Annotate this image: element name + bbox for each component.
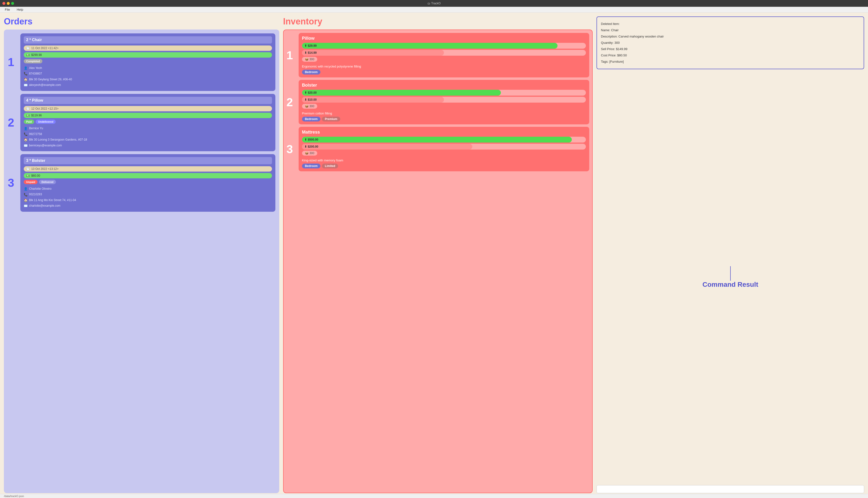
email-row: ✉️ alexyeoh@example.com xyxy=(24,82,272,88)
sell-price-bar-container-2: ⬆ $20.00 xyxy=(302,90,586,95)
order-item-2: 2 4 * Pillow 🕐 12 Oct 2022 <12:15> 💵 $11… xyxy=(8,94,276,152)
order-card-2[interactable]: 4 * Pillow 🕐 12 Oct 2022 <12:15> 💵 $119.… xyxy=(20,94,276,152)
inventory-title: Inventory xyxy=(283,16,593,27)
cost-price-bar-container-2: ⬇ $10.00 xyxy=(302,97,586,103)
order-title-2: 4 * Pillow xyxy=(24,97,272,104)
inventory-tags-2: Bedroom Premium xyxy=(302,117,586,121)
clock-icon-3: 🕐 xyxy=(26,167,30,171)
inventory-item-3: 3 Mattress ⬆ $500.00 xyxy=(286,127,589,171)
order-price-bar-2: 💵 $119.96 xyxy=(24,113,272,118)
inventory-name-3: Mattress xyxy=(302,130,586,135)
tag-bedroom-1: Bedroom xyxy=(302,70,321,75)
down-arrow-icon-2: ⬇ xyxy=(304,98,307,101)
close-button[interactable] xyxy=(2,2,5,5)
command-result-area: Command Result xyxy=(597,72,864,482)
cost-price-bar-2: ⬇ $10.00 xyxy=(302,97,444,103)
money-icon: 💵 xyxy=(26,53,30,57)
tag-limited-3: Limited xyxy=(322,163,338,168)
minimize-button[interactable] xyxy=(7,2,10,5)
maximize-button[interactable] xyxy=(11,2,14,5)
sell-price-bar-2: ⬆ $20.00 xyxy=(302,90,501,95)
deleted-item-sell: Sell Price: $149.99 xyxy=(601,46,860,52)
order-title-3: 3 * Bolster xyxy=(24,157,272,164)
box-icon: 📦 xyxy=(305,57,308,61)
orders-list: 1 2 * Chair 🕐 11 Oct 2022 <11:42> 💵 $299… xyxy=(4,29,279,493)
badge-delivered: Delivered xyxy=(39,180,56,184)
home-icon: 🏠 xyxy=(24,77,28,82)
inventory-panel: Inventory 1 Pillow ⬆ $29.99 xyxy=(283,16,593,493)
cost-price-bar-container-1: ⬇ $14.99 xyxy=(302,50,586,56)
deleted-item-desc: Description: Carved mahogany wooden chai… xyxy=(601,34,860,40)
menu-help[interactable]: Help xyxy=(16,7,24,12)
email-icon-2: ✉️ xyxy=(24,143,28,148)
sell-price-bar-1: ⬆ $29.99 xyxy=(302,43,558,49)
statusbar: /data/trackO.json xyxy=(0,494,868,498)
money-icon-2: 💵 xyxy=(26,114,30,117)
inventory-card-2[interactable]: Bolster ⬆ $20.00 ⬇ xyxy=(298,80,589,124)
deleted-item-box: Deleted Item: Name: Chair Description: C… xyxy=(597,16,864,69)
tag-premium-2: Premium xyxy=(322,117,340,121)
window-controls[interactable] xyxy=(2,2,14,5)
app-title: 🗂 TrackO xyxy=(427,2,441,5)
up-arrow-icon-2: ⬆ xyxy=(304,91,307,94)
tag-bedroom-2: Bedroom xyxy=(302,117,321,121)
phone-icon: 📞 xyxy=(24,71,28,77)
connector-line xyxy=(730,266,731,281)
down-arrow-icon-3: ⬇ xyxy=(304,145,307,148)
inventory-number-1: 1 xyxy=(286,33,296,77)
deleted-item-cost: Cost Price: $80.50 xyxy=(601,52,860,58)
command-input[interactable] xyxy=(597,485,864,493)
order-item-1: 1 2 * Chair 🕐 11 Oct 2022 <11:42> 💵 $299… xyxy=(8,34,276,91)
statusbar-text: /data/trackO.json xyxy=(4,495,24,498)
inventory-number-3: 3 xyxy=(286,127,296,171)
deleted-item-name: Name: Chair xyxy=(601,27,860,34)
inventory-card-3[interactable]: Mattress ⬆ $500.00 ⬇ xyxy=(298,127,589,171)
person-icon: 👤 xyxy=(24,65,28,71)
order-card-3[interactable]: 3 * Bolster 🕐 13 Oct 2022 <13:12> 💵 $60.… xyxy=(20,154,276,212)
inventory-card-1[interactable]: Pillow ⬆ $29.99 ⬇ $ xyxy=(298,33,589,77)
cost-price-bar-3: ⬇ $200.00 xyxy=(302,144,473,149)
right-panel: Deleted Item: Name: Chair Description: C… xyxy=(597,16,864,493)
app-icon: 🗂 xyxy=(427,2,430,5)
inventory-name-2: Bolster xyxy=(302,83,586,88)
deleted-item-tags: Tags: [Furniture] xyxy=(601,58,860,65)
order-info-1: 👤 Alex Yeoh 📞 87438807 🏠 Blk 30 Geylang … xyxy=(24,65,272,88)
order-number-3: 3 xyxy=(8,154,17,212)
main-content: Orders 1 2 * Chair 🕐 11 Oct 2022 <11:42>… xyxy=(0,13,868,497)
order-badges-1: Completed xyxy=(24,59,272,63)
box-icon-2: 📦 xyxy=(305,105,308,108)
order-title-1: 2 * Chair xyxy=(24,36,272,43)
quantity-badge-2: 📦 300 xyxy=(302,104,317,109)
inventory-tags-1: Bedroom xyxy=(302,70,586,75)
quantity-badge-3: 📦 300 xyxy=(302,151,317,156)
email-icon: ✉️ xyxy=(24,82,28,88)
titlebar: 🗂 TrackO xyxy=(0,0,868,7)
home-icon-3: 🏠 xyxy=(24,197,28,203)
home-icon-2: 🏠 xyxy=(24,137,28,143)
order-card-1[interactable]: 2 * Chair 🕐 11 Oct 2022 <11:42> 💵 $299.9… xyxy=(20,34,276,91)
order-price-bar-1: 💵 $299.98 xyxy=(24,52,272,57)
order-info-2: 👤 Bernice Yu 📞 99272758 🏠 Blk 30 Lorong … xyxy=(24,126,272,148)
order-badges-3: Unpaid Delivered xyxy=(24,180,272,184)
badge-completed: Completed xyxy=(24,59,42,63)
badge-undelivered: Undelivered xyxy=(36,119,56,124)
cost-price-bar-container-3: ⬇ $200.00 xyxy=(302,144,586,149)
order-date-bar-1: 🕐 11 Oct 2022 <11:42> xyxy=(24,45,272,51)
address-row: 🏠 Blk 30 Geylang Street 29, #06-40 xyxy=(24,77,272,82)
menu-file[interactable]: File xyxy=(4,7,11,12)
up-arrow-icon-3: ⬆ xyxy=(304,138,307,141)
inventory-desc-2: Premium cotton filling xyxy=(302,112,586,115)
cost-price-bar-1: ⬇ $14.99 xyxy=(302,50,444,56)
clock-icon-2: 🕐 xyxy=(26,107,30,110)
order-info-3: 👤 Charlotte Oliveiro 📞 93210283 🏠 Blk 11… xyxy=(24,186,272,209)
deleted-item-qty: Quantity: 300 xyxy=(601,40,860,46)
box-icon-3: 📦 xyxy=(305,152,308,155)
person-icon-3: 👤 xyxy=(24,186,28,192)
orders-panel: Orders 1 2 * Chair 🕐 11 Oct 2022 <11:42>… xyxy=(4,16,279,493)
badge-paid: Paid xyxy=(24,119,34,124)
command-result-title: Command Result xyxy=(703,281,758,288)
email-icon-3: ✉️ xyxy=(24,203,28,209)
customer-name-row: 👤 Alex Yeoh xyxy=(24,65,272,71)
down-arrow-icon: ⬇ xyxy=(304,51,307,54)
person-icon-2: 👤 xyxy=(24,126,28,131)
